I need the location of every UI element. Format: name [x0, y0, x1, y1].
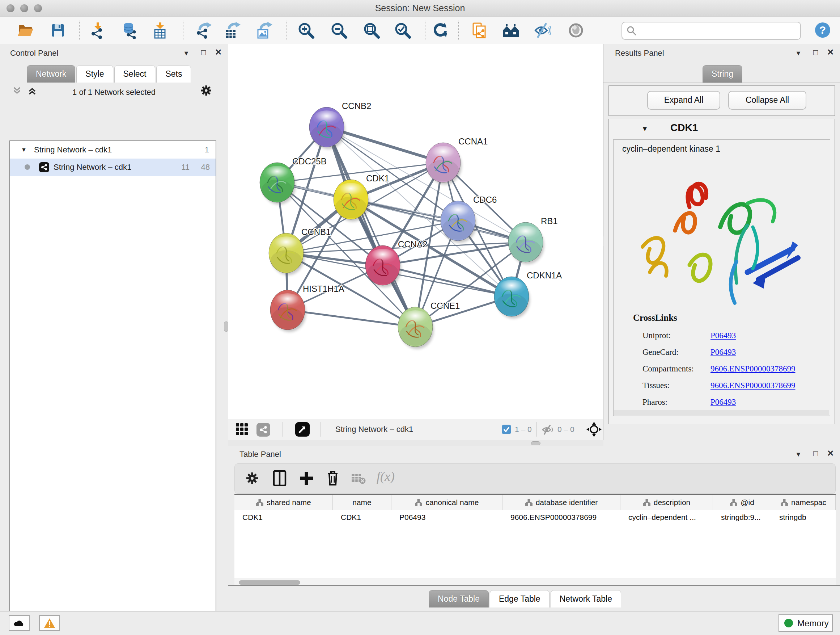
collapse-all-tree-icon[interactable]: [12, 86, 22, 97]
network-options-gear-icon[interactable]: [200, 84, 213, 98]
results-panel-maximize-icon[interactable]: □: [813, 49, 818, 56]
refresh-layout-icon[interactable]: [431, 22, 448, 39]
table-cell[interactable]: stringdb: [771, 510, 836, 525]
network-node-CDK1[interactable]: [333, 180, 369, 222]
zoom-fit-content-icon[interactable]: [363, 22, 380, 39]
network-node-CCNB1[interactable]: [269, 233, 305, 275]
table-cell[interactable]: stringdb:9...: [713, 510, 771, 525]
hide-graphics-details-icon[interactable]: [534, 22, 551, 39]
export-table-icon[interactable]: [223, 22, 240, 39]
tree-collapse-caret-icon[interactable]: ▼: [21, 147, 27, 153]
delete-table-icon[interactable]: [351, 473, 366, 486]
home-icon[interactable]: [502, 22, 519, 39]
table-row[interactable]: CDK1CDK1P064939606.ENSP00000378699cyclin…: [234, 510, 836, 525]
crosslink-link[interactable]: P06493: [711, 397, 736, 407]
network-canvas[interactable]: CCNB2CCNA1CDC25BCDK1CDC6RB1CCNB1CCNA2CDK…: [228, 44, 603, 419]
gene-collapse-caret-icon[interactable]: ▼: [641, 125, 648, 133]
table-gear-icon[interactable]: [245, 471, 259, 487]
crosslink-link[interactable]: P06493: [711, 331, 736, 340]
tab-string[interactable]: String: [703, 65, 744, 82]
results-panel-close-icon[interactable]: ✕: [827, 49, 834, 55]
results-hscrollbar[interactable]: [614, 410, 829, 415]
network-edge-CCNB2-CCNE1[interactable]: [327, 127, 415, 327]
network-node-CDKN1A[interactable]: [494, 277, 530, 318]
network-node-CCNE1[interactable]: [398, 307, 434, 349]
crosslink-link[interactable]: 9606.ENSP00000378699: [711, 381, 796, 390]
tab-style[interactable]: Style: [76, 65, 113, 82]
node-label-CDC25B: CDC25B: [292, 157, 327, 166]
expand-all-tree-icon[interactable]: [27, 86, 37, 97]
column-header-namespac[interactable]: namespac: [771, 495, 836, 510]
memory-button[interactable]: Memory: [778, 614, 833, 632]
warning-button[interactable]: [39, 615, 60, 631]
add-column-icon[interactable]: [299, 471, 314, 487]
table-hscrollbar-thumb[interactable]: [239, 580, 300, 585]
tab-select[interactable]: Select: [114, 65, 156, 82]
control-panel-maximize-icon[interactable]: □: [201, 49, 206, 56]
column-header-shared-name[interactable]: shared name: [234, 495, 333, 510]
column-header-name[interactable]: name: [333, 495, 392, 510]
export-network-icon[interactable]: [195, 22, 212, 39]
tab-network-table[interactable]: Network Table: [551, 590, 621, 608]
table-panel-maximize-icon[interactable]: □: [813, 450, 818, 457]
table-cell[interactable]: CDK1: [234, 510, 333, 525]
control-panel-float-icon[interactable]: ▼: [183, 50, 189, 57]
import-network-database-icon[interactable]: [120, 22, 138, 39]
network-node-CCNA2[interactable]: [365, 245, 401, 287]
import-network-file-icon[interactable]: [89, 22, 106, 39]
zoom-in-icon[interactable]: [297, 22, 315, 39]
table-panel-close-icon[interactable]: ✕: [827, 450, 834, 456]
crosslink-link[interactable]: P06493: [711, 348, 736, 356]
expand-all-button[interactable]: Expand All: [647, 91, 720, 110]
collapse-all-button[interactable]: Collapse All: [728, 91, 806, 110]
crosslinks-heading: CrossLinks: [633, 313, 677, 323]
open-session-icon[interactable]: [17, 22, 34, 39]
table-splitter-handle[interactable]: [531, 441, 540, 445]
tab-edge-table[interactable]: Edge Table: [490, 590, 549, 608]
search-input[interactable]: [640, 24, 794, 38]
zoom-selected-icon[interactable]: [394, 22, 411, 39]
results-panel-float-icon[interactable]: ▼: [795, 50, 802, 57]
import-table-file-icon[interactable]: [151, 22, 169, 39]
table-cell[interactable]: P06493: [392, 510, 502, 525]
grid-view-icon[interactable]: [235, 423, 248, 437]
column-header-description[interactable]: description: [621, 495, 713, 510]
table-cell[interactable]: 9606.ENSP00000378699: [502, 510, 621, 525]
delete-column-icon[interactable]: [326, 470, 340, 487]
network-node-CCNA1[interactable]: [426, 143, 462, 185]
table-cell[interactable]: CDK1: [333, 510, 392, 525]
function-builder-icon[interactable]: f(x): [377, 469, 395, 484]
gene-section: ▼ CDK1 cyclin–dependent kinase 1: [608, 119, 835, 424]
network-tree-root-row[interactable]: ▼ String Network – cdk1 1: [10, 141, 216, 158]
table-tabs: Node TableEdge TableNetwork Table: [429, 590, 622, 608]
tab-node-table[interactable]: Node Table: [429, 590, 489, 608]
zoom-out-icon[interactable]: [330, 22, 347, 39]
crosslink-link[interactable]: 9606.ENSP00000378699: [711, 364, 796, 373]
network-node-CCNB2[interactable]: [309, 107, 345, 149]
hidden-eye-icon[interactable]: [542, 424, 554, 437]
network-node-HIST1H1A[interactable]: [270, 290, 306, 332]
cloud-button[interactable]: [9, 615, 30, 631]
help-icon[interactable]: ?: [814, 21, 831, 39]
network-edge-HIST1H1A-CCNE1[interactable]: [287, 310, 415, 327]
selected-checkbox-icon[interactable]: [502, 424, 511, 434]
birds-eye-view-icon[interactable]: [295, 422, 309, 437]
network-tree-child-row[interactable]: String Network – cdk1 11 48: [10, 158, 216, 176]
tab-sets[interactable]: Sets: [156, 65, 191, 82]
string-import-icon[interactable]: [471, 22, 488, 39]
level-of-detail-icon[interactable]: [567, 22, 584, 39]
column-header-database-identifier[interactable]: database identifier: [502, 495, 621, 510]
column-header-@id[interactable]: @id: [713, 495, 771, 510]
save-session-icon[interactable]: [49, 22, 66, 39]
tab-network[interactable]: Network: [27, 65, 75, 82]
fit-selected-crosshair-icon[interactable]: [586, 422, 602, 439]
column-header-canonical-name[interactable]: canonical name: [392, 495, 502, 510]
network-node-RB1[interactable]: [508, 222, 544, 264]
table-panel-float-icon[interactable]: ▼: [795, 451, 802, 458]
control-panel-close-icon[interactable]: ✕: [215, 49, 222, 55]
node-label-CDC6: CDC6: [473, 195, 497, 204]
network-view-icon[interactable]: [256, 423, 270, 437]
export-image-icon[interactable]: [255, 22, 272, 39]
show-columns-icon[interactable]: [272, 470, 287, 488]
table-cell[interactable]: cyclin–dependent ...: [621, 510, 713, 525]
